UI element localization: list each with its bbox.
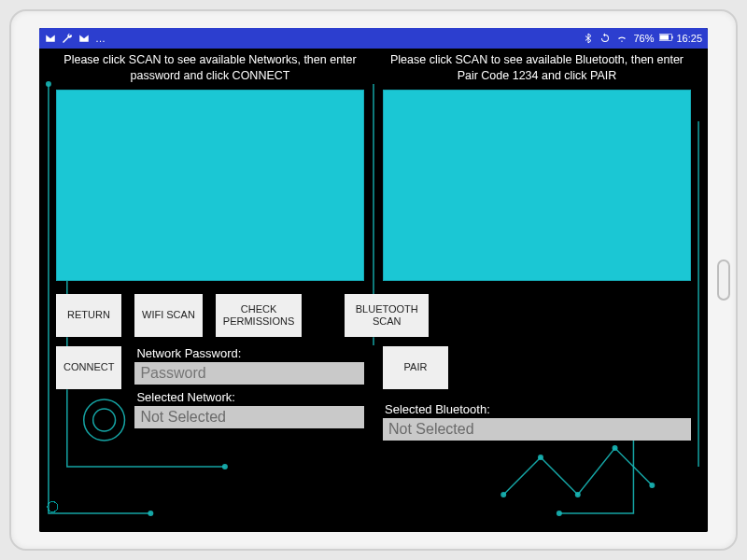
svg-rect-15: [672, 36, 673, 39]
status-left: …: [45, 33, 106, 44]
tablet-frame: … 76% 16:25 Please c: [9, 9, 738, 551]
button-row: RETURN WIFI SCAN CHECK PERMISSIONS BLUET…: [56, 294, 691, 337]
svg-rect-16: [660, 35, 669, 39]
wrench-icon: [62, 33, 73, 44]
screen: … 76% 16:25 Please c: [39, 28, 708, 532]
wifi-icon: [616, 33, 627, 44]
content: Please click SCAN to see available Netwo…: [39, 49, 708, 532]
spacer: [315, 294, 331, 337]
scan-panels: [56, 90, 691, 281]
bluetooth-icon: [583, 33, 594, 44]
wifi-section: CONNECT Network Password: Selected Netwo…: [56, 346, 364, 441]
status-right: 76% 16:25: [583, 33, 702, 44]
battery-icon: [659, 33, 670, 44]
mail-icon: [78, 33, 90, 44]
status-bar: … 76% 16:25: [39, 28, 708, 49]
selected-network-value: Not Selected: [134, 406, 364, 428]
pair-button[interactable]: PAIR: [383, 346, 448, 389]
bluetooth-scan-button[interactable]: BLUETOOTH SCAN: [345, 294, 429, 337]
return-button[interactable]: RETURN: [56, 294, 121, 337]
lower-row: CONNECT Network Password: Selected Netwo…: [56, 346, 691, 441]
battery-text: 76%: [633, 33, 654, 44]
status-ellipsis: …: [95, 33, 106, 44]
wifi-instructions: Please click SCAN to see available Netwo…: [56, 52, 364, 84]
bluetooth-instructions: Please click SCAN to see available Bluet…: [383, 52, 691, 84]
bluetooth-section: PAIR Selected Bluetooth: Not Selected: [383, 346, 691, 441]
sync-icon: [599, 33, 611, 44]
selected-bluetooth-value: Not Selected: [383, 418, 691, 441]
tablet-home-button[interactable]: [717, 259, 730, 301]
status-time: 16:25: [676, 33, 702, 44]
check-permissions-button[interactable]: CHECK PERMISSIONS: [216, 294, 302, 337]
bluetooth-scan-panel[interactable]: [383, 90, 691, 281]
network-password-input[interactable]: [134, 362, 364, 385]
network-password-label: Network Password:: [136, 346, 364, 360]
selected-network-label: Selected Network:: [136, 390, 364, 404]
wifi-scan-panel[interactable]: [56, 90, 364, 281]
wifi-scan-button[interactable]: WIFI SCAN: [134, 294, 203, 337]
connect-button[interactable]: CONNECT: [56, 346, 121, 389]
mail-icon: [45, 33, 56, 44]
selected-bluetooth-label: Selected Bluetooth:: [385, 402, 691, 416]
instructions-row: Please click SCAN to see available Netwo…: [56, 52, 691, 84]
